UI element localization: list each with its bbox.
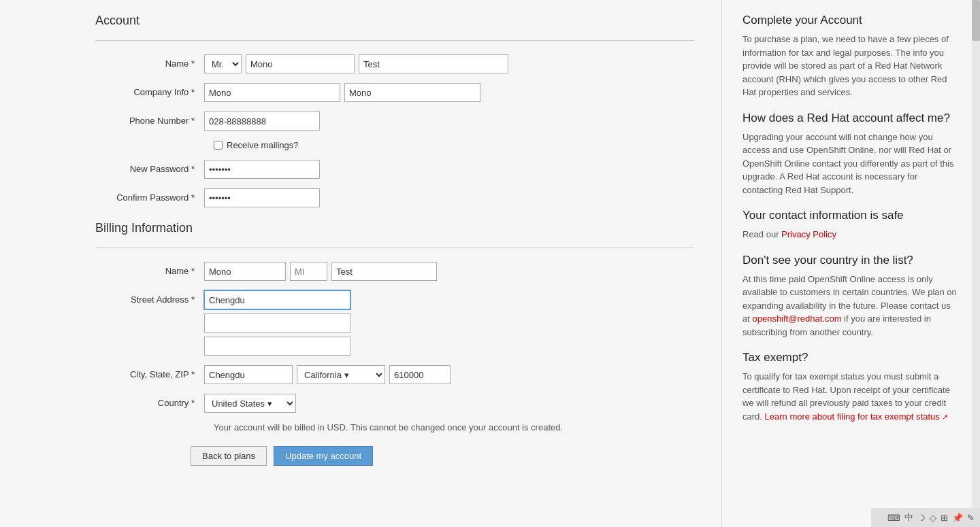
billing-name-first-input[interactable] (204, 262, 286, 281)
privacy-policy-link[interactable]: Privacy Policy (781, 229, 836, 239)
company-field1-input[interactable] (204, 83, 340, 102)
name-controls: Mr. ▾ (204, 54, 508, 73)
receive-mailings-label: Receive mailings? (227, 140, 299, 150)
billing-name-last-input[interactable] (331, 262, 437, 281)
city-state-zip-label: City, State, ZIP * (95, 365, 204, 379)
back-to-plans-button[interactable]: Back to plans (191, 446, 267, 466)
system-bar: ⌨ 中 ☽ ◇ ⊞ 📌 ✎ (871, 508, 980, 527)
new-password-input[interactable] (204, 160, 320, 179)
phone-controls (204, 112, 320, 131)
country-controls: United States ▾ (204, 394, 296, 413)
country-select[interactable]: United States ▾ (204, 394, 296, 413)
scrollbar-track[interactable] (972, 0, 980, 527)
sys-icon-4: ◇ (930, 513, 936, 523)
account-divider (95, 40, 694, 41)
right-text-complete-account: To purchase a plan, we need to have a fe… (742, 33, 960, 99)
sys-icon-6: 📌 (952, 513, 963, 523)
scrollbar-thumb[interactable] (972, 0, 980, 41)
city-input[interactable] (204, 365, 293, 384)
right-text-tax-exempt: To qualify for tax exempt status you mus… (742, 370, 960, 423)
street-address-row: Street Address * (95, 290, 694, 356)
account-section-title: Account (95, 14, 694, 32)
receive-mailings-checkbox[interactable] (214, 141, 223, 150)
billing-name-label: Name * (95, 262, 204, 276)
sys-icon-7: ✎ (967, 513, 975, 523)
company-info-label: Company Info * (95, 83, 204, 97)
street-address-input2[interactable] (204, 313, 350, 333)
country-label: Country * (95, 394, 204, 408)
right-text-redhat-affect: Upgrading your account will not change h… (742, 131, 960, 197)
right-text-no-country: At this time paid OpenShift Online acces… (742, 273, 960, 339)
update-account-button[interactable]: Update my account (274, 446, 373, 466)
country-row: Country * United States ▾ (95, 394, 694, 413)
right-title-complete-account: Complete your Account (742, 14, 960, 27)
phone-row: Phone Number * (95, 112, 694, 131)
billing-section-title: Billing Information (95, 221, 694, 239)
company-field2-input[interactable] (344, 83, 480, 102)
read-our-text: Read our (742, 229, 781, 239)
name-prefix-select[interactable]: Mr. ▾ (204, 54, 242, 73)
right-title-tax-exempt: Tax exempt? (742, 351, 960, 364)
receive-mailings-row: Receive mailings? (214, 140, 694, 150)
button-row: Back to plans Update my account (191, 446, 694, 466)
openshift-email-link[interactable]: openshift@redhat.com (752, 313, 841, 324)
city-state-zip-controls: California ▾ (204, 365, 451, 384)
street-address-controls (204, 290, 350, 356)
confirm-password-input[interactable] (204, 188, 320, 207)
confirm-password-label: Confirm Password * (95, 188, 204, 203)
right-title-redhat-affect: How does a Red Hat account affect me? (742, 112, 960, 125)
billing-name-controls (204, 262, 437, 281)
phone-input[interactable] (204, 112, 320, 131)
name-last-input[interactable] (359, 54, 508, 73)
sys-icon-2: 中 (904, 511, 913, 524)
confirm-password-row: Confirm Password * (95, 188, 694, 207)
usd-note: Your account will be billed in USD. This… (214, 422, 581, 432)
billing-name-mi-input[interactable] (290, 262, 327, 281)
state-select[interactable]: California ▾ (297, 365, 385, 384)
sys-icon-1: ⌨ (887, 513, 900, 523)
city-state-zip-row: City, State, ZIP * California ▾ (95, 365, 694, 384)
name-label: Name * (95, 54, 204, 69)
name-first-input[interactable] (246, 54, 355, 73)
tax-exempt-link[interactable]: Learn more about filing for tax exempt s… (765, 411, 948, 422)
new-password-controls (204, 160, 320, 179)
company-info-row: Company Info * (95, 83, 694, 102)
zip-input[interactable] (389, 365, 451, 384)
right-panel: Complete your Account To purchase a plan… (721, 0, 980, 527)
company-controls (204, 83, 480, 102)
right-text-contact-safe: Read our Privacy Policy (742, 228, 960, 241)
account-name-row: Name * Mr. ▾ (95, 54, 694, 73)
new-password-label: New Password * (95, 160, 204, 174)
sys-icon-5: ⊞ (941, 513, 948, 523)
confirm-password-controls (204, 188, 320, 207)
new-password-row: New Password * (95, 160, 694, 179)
right-title-no-country: Don't see your country in the list? (742, 254, 960, 267)
sys-icon-3: ☽ (917, 513, 926, 523)
street-address-label: Street Address * (95, 290, 204, 305)
right-title-contact-safe: Your contact information is safe (742, 209, 960, 222)
phone-label: Phone Number * (95, 112, 204, 126)
billing-name-row: Name * (95, 262, 694, 281)
street-address-input1[interactable] (204, 290, 350, 309)
billing-divider (95, 248, 694, 248)
street-address-input3[interactable] (204, 337, 350, 356)
